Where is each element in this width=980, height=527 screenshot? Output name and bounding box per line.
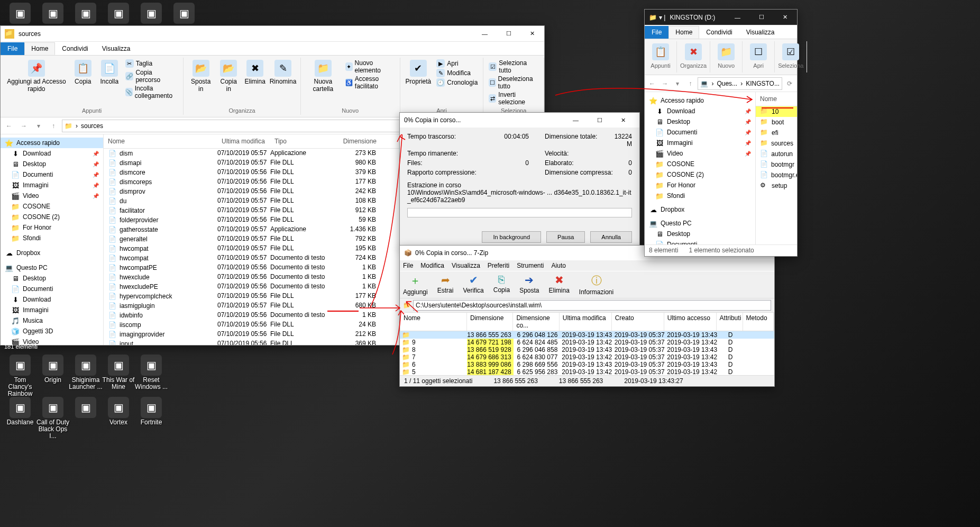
- delete-button[interactable]: ✖Elimina: [242, 59, 268, 106]
- nav-pc3d[interactable]: 🧊Oggetti 3D: [1, 326, 103, 337]
- desktop-icon[interactable]: ▣Reset Windows ...: [134, 355, 168, 390]
- col-header[interactable]: Ultima modifica: [560, 313, 612, 331]
- col-type[interactable]: Tipo: [270, 134, 334, 148]
- nav-documents[interactable]: 📄Documenti📌: [1, 169, 103, 180]
- edit-button[interactable]: ✎Modifica: [434, 68, 480, 78]
- file-row[interactable]: 📁sources: [756, 138, 797, 149]
- up-button[interactable]: ↑: [47, 120, 60, 132]
- col-header[interactable]: Dimensione co...: [513, 313, 559, 331]
- minimize-button[interactable]: —: [564, 112, 588, 128]
- toolbar-informazioni-button[interactable]: ⓘInformazioni: [579, 274, 613, 296]
- tab-view[interactable]: Visualizza: [739, 26, 782, 39]
- archive-row[interactable]: 📁13 866 555 2636 296 048 1262019-03-19 1…: [400, 331, 774, 339]
- desktop-icon[interactable]: ▣: [69, 397, 103, 419]
- nav-documents[interactable]: 📄Documenti📌: [645, 127, 755, 138]
- history-button[interactable]: 🕘Cronologia: [434, 78, 480, 87]
- tab-home[interactable]: Home: [24, 42, 55, 55]
- nav-thispc[interactable]: 💻Questo PC: [645, 218, 755, 229]
- file-row[interactable]: 📄bootmgr.efi: [756, 170, 797, 180]
- tab-share[interactable]: Condividi: [55, 42, 95, 55]
- nav-video[interactable]: 🎬Video📌: [645, 148, 755, 159]
- nav-quick[interactable]: ⭐Accesso rapido: [1, 138, 103, 148]
- select-all-button[interactable]: ☑Seleziona tutto: [487, 59, 541, 75]
- nav-download[interactable]: ⬇Download📌: [1, 148, 103, 159]
- cancel-button[interactable]: Annulla: [590, 231, 632, 243]
- back-button[interactable]: ←: [647, 77, 657, 90]
- pin-to-quick-access-button[interactable]: 📌Aggiungi ad Accesso rapido: [4, 59, 69, 106]
- address-bar[interactable]: 📁 › sources: [62, 120, 430, 132]
- file-row[interactable]: 📁10: [756, 106, 797, 117]
- pause-button[interactable]: Pausa: [546, 231, 585, 243]
- maximize-button[interactable]: ☐: [588, 112, 611, 128]
- desktop-icon[interactable]: ▣Fortnite: [134, 397, 168, 426]
- nav-sfondi[interactable]: 📁Sfondi: [645, 190, 755, 201]
- nav-cosone2[interactable]: 📁COSONE (2): [645, 169, 755, 180]
- toolbar-elimina-button[interactable]: ✖Elimina: [548, 274, 569, 296]
- toolbar-sposta-button[interactable]: ➔Sposta: [519, 274, 539, 296]
- desktop-icon[interactable]: ▣Vortex: [102, 397, 135, 426]
- address-bar[interactable]: 💻›Ques...›KINGSTO...: [698, 77, 782, 90]
- desktop-icon[interactable]: ▣Shiginima Launcher ...: [69, 355, 103, 390]
- recent-button[interactable]: ▾: [32, 120, 45, 132]
- invert-selection-button[interactable]: ⇄Inverti selezione: [487, 90, 541, 106]
- toolbar-aggiungi-button[interactable]: ＋Aggiungi: [403, 274, 428, 296]
- clipboard-group[interactable]: 📋: [648, 42, 673, 61]
- col-size[interactable]: Dimensione: [334, 134, 381, 148]
- nav-forhonor[interactable]: 📁For Honor: [1, 222, 103, 233]
- archive-row[interactable]: 📁714 679 686 3136 624 830 0772019-03-19 …: [400, 353, 774, 361]
- file-row[interactable]: 📄autorun: [756, 149, 797, 159]
- cut-button[interactable]: ✂Taglia: [123, 59, 180, 68]
- nav-pcdownload[interactable]: ⬇Download: [1, 294, 103, 305]
- col-header[interactable]: Creato: [612, 313, 664, 331]
- maximize-button[interactable]: ☐: [497, 26, 520, 42]
- rename-button[interactable]: ✎Rinomina: [269, 59, 297, 106]
- deselect-all-button[interactable]: ☐Deseleziona tutto: [487, 75, 541, 90]
- file-row[interactable]: 📁efi: [756, 128, 797, 138]
- toolbar-copia-button[interactable]: ⎘Copia: [493, 274, 510, 296]
- move-to-button[interactable]: 📂Sposta in: [187, 59, 215, 106]
- nav-pcmusic[interactable]: 🎵Musica: [1, 315, 103, 326]
- archive-row[interactable]: 📁914 679 721 1986 624 824 4852019-03-19 …: [400, 339, 774, 346]
- nav-pcdesktop[interactable]: 🖥Desktop: [645, 229, 755, 239]
- col-header[interactable]: Dimensione: [467, 313, 513, 331]
- nav-pcpictures[interactable]: 🖼Immagini: [1, 305, 103, 315]
- desktop-icon[interactable]: ▣This War of Mine: [102, 355, 135, 390]
- menu-visualizza[interactable]: Visualizza: [452, 262, 480, 269]
- paste-shortcut-button[interactable]: 📎Incolla collegamento: [123, 84, 180, 100]
- nav-cosone[interactable]: 📁COSONE: [1, 201, 103, 212]
- file-row[interactable]: 📄bootmgr: [756, 159, 797, 170]
- menu-strumenti[interactable]: Strumenti: [517, 262, 544, 269]
- nav-dropbox[interactable]: ☁Dropbox: [1, 248, 103, 258]
- nav-sfondi[interactable]: 📁Sfondi: [1, 233, 103, 243]
- col-modified[interactable]: Ultima modifica: [217, 134, 270, 148]
- up-button[interactable]: ↑: [685, 77, 695, 90]
- minimize-button[interactable]: —: [726, 10, 749, 25]
- select-group[interactable]: ☑: [778, 42, 803, 61]
- close-button[interactable]: ✕: [773, 10, 797, 25]
- nav-desktop[interactable]: 🖥Desktop📌: [1, 159, 103, 169]
- menu-file[interactable]: File: [403, 262, 413, 269]
- nav-forhonor[interactable]: 📁For Honor: [645, 180, 755, 190]
- nav-quick[interactable]: ⭐Accesso rapido: [645, 95, 755, 106]
- nav-desktop[interactable]: 🖥Desktop📌: [645, 116, 755, 127]
- nav-cosone[interactable]: 📁COSONE: [645, 159, 755, 169]
- nav-cosone2[interactable]: 📁COSONE (2): [1, 212, 103, 222]
- nav-pcdocs[interactable]: 📄Documenti: [1, 284, 103, 294]
- file-row[interactable]: ⚙setup: [756, 180, 797, 191]
- desktop-icon[interactable]: ▣Dashlane: [3, 397, 37, 426]
- archive-row[interactable]: 📁613 883 999 0866 298 669 5562019-03-19 …: [400, 361, 774, 368]
- tab-share[interactable]: Condividi: [699, 26, 739, 39]
- forward-button[interactable]: →: [660, 77, 670, 90]
- nav-thispc[interactable]: 💻Questo PC: [1, 262, 103, 273]
- new-folder-button[interactable]: 📁Nuova cartella: [304, 59, 342, 106]
- background-button[interactable]: In background: [482, 231, 541, 243]
- col-header[interactable]: Nome: [400, 313, 467, 331]
- folder-up-icon[interactable]: 📁: [403, 302, 411, 309]
- col-header[interactable]: Metodo: [743, 313, 774, 331]
- copy-button[interactable]: 📋Copia: [70, 59, 96, 106]
- col-header[interactable]: Ultimo accesso: [664, 313, 717, 331]
- menu-aiuto[interactable]: Aiuto: [552, 262, 566, 269]
- nav-pcdesktop[interactable]: 🖥Desktop: [1, 273, 103, 284]
- tab-file[interactable]: File: [645, 26, 668, 39]
- organize-group[interactable]: ✖: [681, 42, 706, 61]
